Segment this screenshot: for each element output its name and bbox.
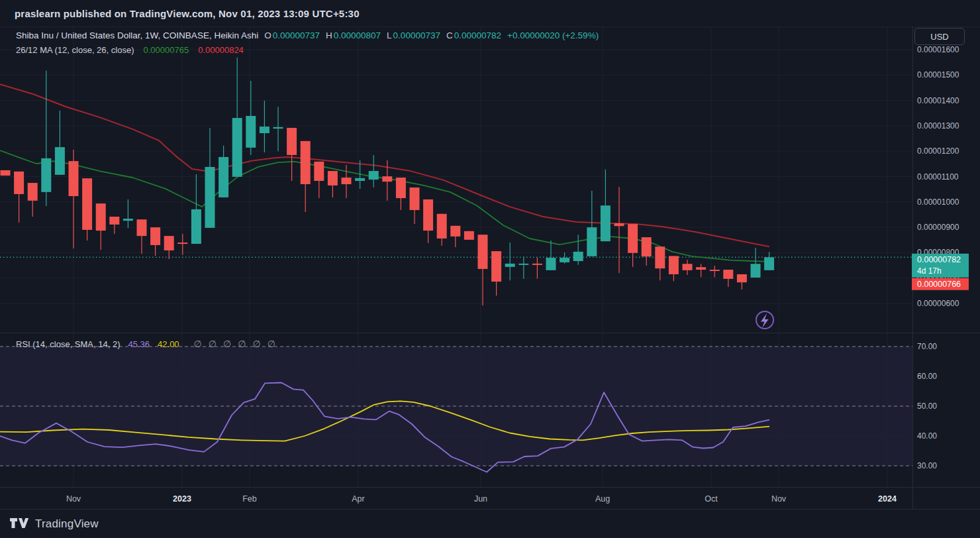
candle-body <box>96 203 106 231</box>
price-axis-tick-label: 0.00001300 <box>917 121 959 131</box>
attribution-bar: praslearn published on TradingView.com, … <box>0 0 980 27</box>
candle-body <box>328 171 338 186</box>
price-axis-tick-label: 0.00001200 <box>917 146 959 156</box>
time-axis-month-label: Oct <box>705 494 718 504</box>
candle-body <box>69 161 79 196</box>
time-axis-year-label: 2024 <box>878 494 897 504</box>
candle-body <box>219 157 228 197</box>
candle-body <box>55 147 65 175</box>
price-axis-tick-label: 0.00001600 <box>917 45 959 54</box>
candle-body <box>260 127 270 133</box>
ma26-value: 0.00000824 <box>198 45 244 55</box>
candle-body <box>601 205 611 241</box>
rsi-sma-value: 42.00 <box>158 339 179 349</box>
candle-body <box>342 178 352 184</box>
candle-body <box>518 264 528 265</box>
candle-body <box>464 231 474 240</box>
ohlc-value: 0.00000807 <box>334 30 381 40</box>
candle-body <box>560 258 569 262</box>
candle-body <box>587 227 597 256</box>
symbol-title[interactable]: Shiba Inu / United States Dollar, 1W, CO… <box>16 30 258 40</box>
ohlc-value: 0.00000737 <box>273 30 320 40</box>
rsi-axis-tick-label: 40.00 <box>917 431 937 441</box>
candle-body <box>150 227 160 245</box>
candle-body <box>614 223 624 226</box>
candle-body <box>655 246 665 268</box>
tradingview-published-chart: praslearn published on TradingView.com, … <box>0 0 980 538</box>
last-price-badge: 0.000007824d 17h <box>912 254 969 278</box>
ohlc-item: C0.00000782 <box>446 30 501 40</box>
ohlc-item: O0.00000737 <box>264 30 320 40</box>
candle-body <box>382 176 392 182</box>
candle-body <box>751 264 761 278</box>
candle-body <box>532 264 542 265</box>
time-axis-month-label: Jun <box>474 494 487 504</box>
candle-body <box>669 256 679 274</box>
ohlc-letter: O <box>264 30 271 40</box>
candle-body <box>28 183 38 201</box>
bar-countdown-label: 4d 17h <box>917 266 942 276</box>
candles[interactable] <box>1 58 775 305</box>
ohlc-letter: C <box>446 30 453 40</box>
candle-body <box>423 199 433 231</box>
rsi-axis-labels[interactable]: 70.0060.0050.0040.0030.00 <box>917 342 937 470</box>
price-axis-tick-label: 0.00001500 <box>917 70 959 80</box>
lightning-mode-icon[interactable] <box>756 311 773 329</box>
candle-body <box>137 219 147 236</box>
candle-body <box>478 235 488 269</box>
candle-body <box>109 217 119 225</box>
candle-body <box>191 209 201 244</box>
ohlc-item: H0.00000807 <box>326 30 381 40</box>
price-axis-tick-label: 0.00001100 <box>917 172 959 182</box>
time-axis-year-label: 2023 <box>173 494 191 504</box>
rsi-empty-series-markers: ∅∅∅∅∅∅ <box>187 339 275 349</box>
time-axis-month-label: Feb <box>242 494 257 504</box>
candle-body <box>437 214 447 239</box>
candle-body <box>246 116 256 148</box>
rsi-axis-tick-label: 50.00 <box>917 402 937 411</box>
time-axis-month-label: Apr <box>352 494 364 504</box>
rsi-axis-tick-label: 70.00 <box>917 342 937 351</box>
candle-body <box>205 167 215 228</box>
time-axis-labels[interactable]: Nov2023FebAprJunAugOctNov2024 <box>66 494 897 504</box>
candle-body <box>301 141 311 184</box>
last-price-label: 0.00000782 <box>917 255 961 264</box>
rsi-legend-row: RSI (14, close, SMA, 14, 2) 45.36 42.00 … <box>16 339 275 349</box>
secondary-price-label: 0.00000766 <box>917 280 961 289</box>
tradingview-logo-text: TradingView <box>35 517 99 531</box>
lightning-bolt-glyph <box>761 313 769 328</box>
time-axis-month-label: Nov <box>771 494 787 504</box>
candle-body <box>396 178 406 198</box>
chart-canvas[interactable]: 0.000016000.000015000.000014000.00001300… <box>0 0 980 509</box>
candle-body <box>764 257 774 270</box>
candle-body <box>410 188 420 210</box>
symbol-legend-row: Shiba Inu / United States Dollar, 1W, CO… <box>16 30 599 40</box>
candle-body <box>232 118 242 177</box>
time-axis-month-label: Nov <box>66 494 81 504</box>
candle-body <box>123 219 133 221</box>
candle-body <box>491 251 501 282</box>
candle-body <box>314 162 324 181</box>
candle-body <box>573 252 583 261</box>
ohlc-values: O0.00000737H0.00000807L0.00000737C0.0000… <box>264 30 501 40</box>
rsi-value: 45.36 <box>128 339 150 349</box>
ma-legend-row: 26/12 MA (12, close, 26, close) 0.000007… <box>16 45 244 55</box>
price-gridlines <box>0 50 912 303</box>
candle-body <box>369 171 379 180</box>
price-axis-tick-label: 0.00001000 <box>917 197 959 207</box>
price-axis-tick-label: 0.00000600 <box>917 299 959 308</box>
ohlc-item: L0.00000737 <box>387 30 440 40</box>
empty-series-icon: ∅ <box>209 339 217 349</box>
rsi-axis-tick-label: 60.00 <box>917 372 937 381</box>
candle-body <box>355 178 365 181</box>
time-axis-month-label: Aug <box>595 494 610 504</box>
candle-body <box>14 172 24 194</box>
change-value: +0.00000020 (+2.59%) <box>507 30 599 40</box>
candle-body <box>1 170 11 176</box>
rsi-indicator-label[interactable]: RSI (14, close, SMA, 14, 2) <box>16 339 121 349</box>
empty-series-icon: ∅ <box>194 339 202 349</box>
ma-indicator-label[interactable]: 26/12 MA (12, close, 26, close) <box>16 45 134 55</box>
candle-body <box>505 264 515 267</box>
currency-toggle-button[interactable]: USD <box>914 28 965 45</box>
price-axis-tick-label: 0.00000900 <box>917 223 959 232</box>
